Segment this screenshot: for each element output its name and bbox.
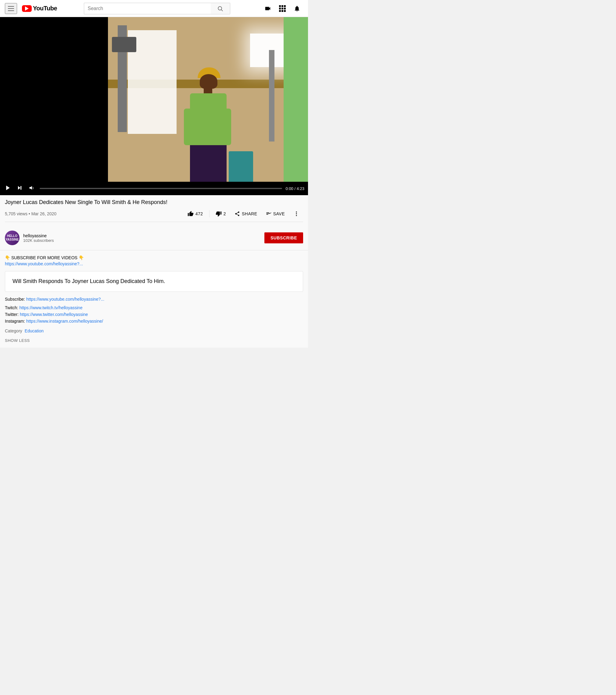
svg-marker-2 [6,185,10,190]
progress-bar[interactable] [40,188,282,189]
svg-point-7 [296,214,297,215]
twitter-label: Twitter: [5,312,19,317]
play-button[interactable] [4,184,12,194]
header-center [57,3,257,14]
show-less-button[interactable]: SHOW LESS [5,338,303,343]
instagram-line: Instagram: https://www.instagram.com/hel… [5,319,303,324]
light-stand [269,50,274,141]
channel-name[interactable]: helloyassine [23,233,264,238]
twitch-label: Twitch: [5,305,18,310]
bell-icon [294,5,301,12]
svg-marker-5 [30,186,32,190]
thumbs-down-icon [216,211,222,217]
description: 👇 SUBSCRIBE FOR MORE VIDEOS 👇 https://ww… [0,250,308,348]
twitter-line: Twitter: https://www.twitter.com/helloya… [5,312,303,317]
video-meta-row: 5,705 views • Mar 26, 2020 472 2 [5,208,303,222]
channel-subscribers: 102K subscribers [23,238,264,243]
search-input[interactable] [84,3,211,14]
highlight-text: Will Smith Responds To Joyner Lucas Song… [13,278,165,284]
category-value[interactable]: Education [25,328,44,333]
volume-icon [29,185,35,191]
subscribe-text: Subscribe: [5,297,25,302]
more-actions-button[interactable] [290,208,303,219]
youtube-logo-icon [22,5,32,12]
video-scene [108,17,308,182]
avatar: HELLO YASSINE [5,231,19,245]
promo-link[interactable]: https://www.youtube.com/helloyassine?... [5,261,83,266]
highlight-box: Will Smith Responds To Joyner Lucas Song… [5,271,303,291]
share-icon [235,211,240,217]
category-label: Category [5,328,22,333]
video-player[interactable]: 0:00 / 4:23 [0,17,308,195]
grid-icon [279,5,286,12]
search-icon [217,5,223,12]
svg-point-8 [296,215,297,216]
time-display: 0:00 / 4:23 [286,186,304,191]
save-label: SAVE [273,211,285,216]
play-icon [5,185,11,191]
svg-point-0 [218,6,222,10]
video-stats: 5,705 views • Mar 26, 2020 [5,211,56,216]
dislike-count: 2 [224,211,226,216]
youtube-logo[interactable]: YouTube [22,5,57,12]
twitch-link[interactable]: https://www.twitch.tv/helloyassine [19,305,82,310]
like-button[interactable]: 472 [184,208,207,219]
svg-point-6 [296,211,297,213]
video-actions: 472 2 SHARE SAVE [184,208,303,219]
upload-button[interactable] [262,2,274,15]
person-figure [184,54,233,182]
share-label: SHARE [242,211,257,216]
share-button[interactable]: SHARE [231,208,261,219]
video-controls: 0:00 / 4:23 [0,182,308,195]
category-row: Category Education [5,328,303,333]
instagram-link[interactable]: https://www.instagram.com/helloyassine/ [26,319,103,324]
like-count: 472 [195,211,203,216]
search-button[interactable] [211,3,230,14]
teal-bin [229,151,253,182]
save-button[interactable]: SAVE [262,208,289,219]
dislike-button[interactable]: 2 [212,208,229,219]
instagram-label: Instagram: [5,319,25,324]
avatar-line2: YASSINE [6,238,19,241]
video-info: Joyner Lucas Dedicates New Single To Wil… [0,195,308,226]
header-left: YouTube [5,3,57,14]
view-count: 5,705 views [5,211,28,216]
video-title: Joyner Lucas Dedicates New Single To Wil… [5,199,303,206]
thumbs-up-icon [188,211,194,217]
pants [190,145,226,182]
notifications-button[interactable] [291,2,303,15]
head [200,74,218,89]
arm-right [222,108,231,145]
arm-left [184,108,193,145]
green-panel [284,17,308,182]
avatar-line1: HELLO [6,234,19,238]
subscribe-line: Subscribe: https://www.youtube.com/hello… [5,297,303,302]
twitter-link[interactable]: https://www.twitter.com/helloyassine [20,312,88,317]
shirt [190,93,226,147]
upload-date: Mar 26, 2020 [31,211,57,216]
next-button[interactable] [16,184,24,193]
video-dark-area [0,17,108,182]
hamburger-menu[interactable] [5,3,17,14]
subscribe-button[interactable]: SUBSCRIBE [264,232,303,243]
twitch-line: Twitch: https://www.twitch.tv/helloyassi… [5,305,303,310]
header: YouTube [0,0,308,17]
like-dislike-divider [209,210,209,217]
svg-marker-3 [18,186,20,190]
svg-line-1 [221,10,223,11]
search-bar [84,3,230,14]
subscribe-link[interactable]: https://www.youtube.com/helloyassine?... [26,297,104,302]
header-right [262,2,303,15]
volume-button[interactable] [28,184,36,194]
promo-text: 👇 SUBSCRIBE FOR MORE VIDEOS 👇 [5,255,303,260]
youtube-logo-text: YouTube [33,5,57,12]
channel-row: HELLO YASSINE helloyassine 102K subscrib… [0,226,308,250]
video-thumbnail [0,17,308,182]
svg-rect-4 [20,186,21,190]
upload-icon [264,5,271,12]
camera-box [112,37,136,52]
channel-info: helloyassine 102K subscribers [23,233,264,243]
more-icon [293,211,300,217]
apps-button[interactable] [276,2,289,15]
next-icon [17,185,22,191]
